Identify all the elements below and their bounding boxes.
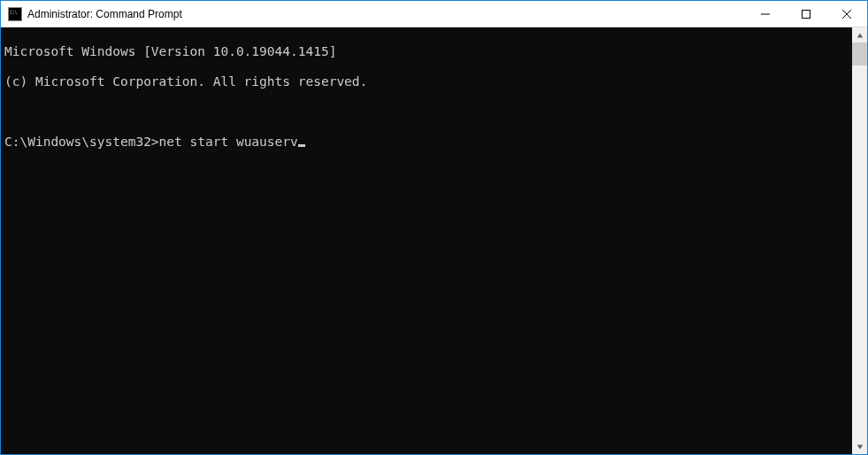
scroll-track[interactable]: [852, 42, 867, 439]
prompt: C:\Windows\system32>: [4, 135, 159, 149]
terminal-line: Microsoft Windows [Version 10.0.19044.14…: [4, 44, 849, 59]
svg-marker-5: [856, 444, 862, 449]
minimize-button[interactable]: [745, 1, 786, 27]
scroll-down-button[interactable]: [852, 439, 867, 454]
content-area: Microsoft Windows [Version 10.0.19044.14…: [1, 27, 867, 454]
cursor: [298, 144, 305, 147]
maximize-button[interactable]: [786, 1, 826, 27]
window-controls: [745, 1, 867, 27]
terminal-prompt-line: C:\Windows\system32>net start wuauserv: [4, 135, 849, 150]
terminal-line: (c) Microsoft Corporation. All rights re…: [4, 74, 849, 89]
scroll-up-button[interactable]: [852, 27, 867, 42]
titlebar[interactable]: Administrator: Command Prompt: [1, 1, 867, 27]
svg-rect-1: [803, 10, 810, 18]
scroll-thumb[interactable]: [852, 42, 867, 66]
close-button[interactable]: [826, 1, 867, 27]
svg-marker-4: [856, 33, 862, 37]
terminal-line: [4, 104, 849, 120]
vertical-scrollbar[interactable]: [852, 27, 867, 454]
cmd-icon: [8, 7, 22, 21]
typed-command: net start wuauserv: [159, 135, 298, 149]
command-prompt-window: Administrator: Command Prompt Microsoft …: [0, 0, 868, 455]
window-title: Administrator: Command Prompt: [27, 8, 182, 20]
terminal-output[interactable]: Microsoft Windows [Version 10.0.19044.14…: [1, 27, 852, 454]
